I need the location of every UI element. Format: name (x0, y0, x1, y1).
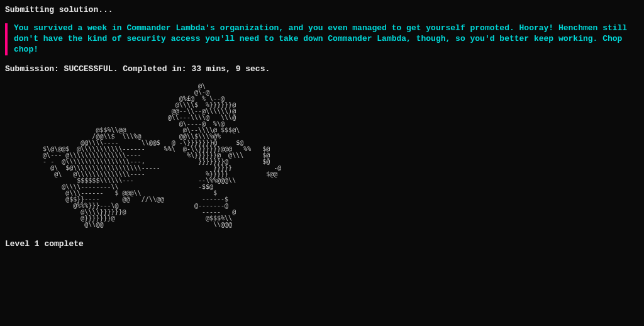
level-status: Level 1 complete (5, 239, 639, 250)
ascii-art-bunny: @\ @\-@ @%£@ % \--@ @\\\\$ %}}}}}}@ (24, 83, 639, 228)
submitting-status: Submitting solution... (5, 5, 639, 16)
quote-text: You survived a week in Commander Lambda'… (14, 23, 627, 54)
submission-result: Submission: SUCCESSFUL. Completed in: 33… (5, 64, 639, 75)
quote-block: You survived a week in Commander Lambda'… (5, 23, 639, 55)
